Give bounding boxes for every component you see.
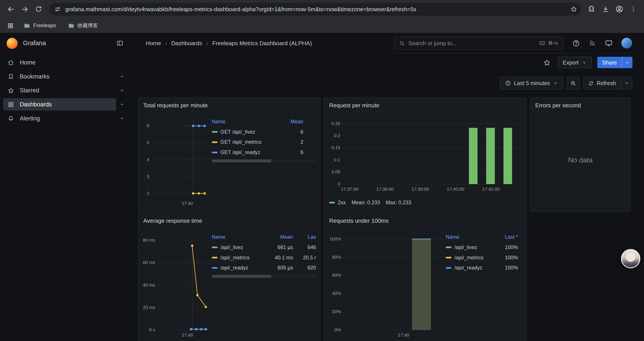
legend-col-name[interactable]: Name bbox=[446, 234, 505, 240]
bookmark-label: Freeleaps bbox=[33, 23, 56, 28]
series-toggle[interactable]: GET /api/_readyz bbox=[212, 149, 300, 155]
bookmark-star-icon[interactable] bbox=[570, 5, 578, 13]
sidebar-expand-bookmarks[interactable] bbox=[116, 71, 128, 82]
refresh-icon bbox=[588, 80, 594, 86]
bookmark-folder-freeleaps[interactable]: Freeleaps bbox=[20, 20, 60, 31]
svg-text:2: 2 bbox=[147, 191, 149, 196]
sidebar-item-alerting[interactable]: Alerting bbox=[3, 112, 116, 124]
sidebar-expand-starred[interactable] bbox=[116, 85, 128, 96]
series-toggle[interactable]: /api/_readyz bbox=[212, 265, 264, 270]
profile-icon bbox=[615, 5, 624, 13]
export-button[interactable]: Export bbox=[558, 57, 592, 68]
share-menu-button[interactable] bbox=[622, 57, 632, 68]
series-last: 646 bbox=[293, 244, 316, 250]
scrollbar-thumb[interactable] bbox=[212, 160, 271, 162]
legend-col-mean[interactable]: Mean bbox=[290, 119, 316, 124]
refresh-split-button: Refresh bbox=[583, 77, 632, 90]
help-icon[interactable] bbox=[572, 39, 580, 47]
series-toggle[interactable]: GET /api/_metrics bbox=[212, 139, 300, 145]
news-rss-icon[interactable] bbox=[588, 40, 596, 47]
legend-row: /api/_metrics 40.1 ms 20.5 r bbox=[212, 252, 316, 263]
svg-text:3: 3 bbox=[147, 174, 149, 179]
series-color-swatch bbox=[446, 267, 452, 268]
user-avatar[interactable] bbox=[622, 38, 632, 49]
svg-text:20%: 20% bbox=[332, 309, 341, 314]
share-button[interactable]: Share bbox=[597, 57, 622, 68]
line-chart: 80 ms60 ms40 ms20 ms0 s17:40 bbox=[142, 234, 212, 341]
time-range-label: Last 5 minutes bbox=[514, 80, 550, 86]
series-toggle[interactable]: /api/_readyz bbox=[446, 265, 505, 270]
series-color-swatch bbox=[212, 131, 218, 132]
series-toggle[interactable]: GET /api/_livez bbox=[212, 129, 300, 135]
share-split-button: Share bbox=[597, 57, 632, 68]
share-label: Share bbox=[602, 60, 617, 66]
panel-request-per-minute: Request per minute 0.250.20.150.10.05017… bbox=[324, 97, 526, 212]
breadcrumb-home[interactable]: Home bbox=[146, 40, 161, 47]
site-settings-icon[interactable] bbox=[54, 6, 61, 13]
dashboard-main: Export Share Last 5 minutes bbox=[131, 53, 644, 341]
bookmark-folder-blogs[interactable]: 收藏博客 bbox=[64, 20, 102, 31]
legend-horizontal-scrollbar[interactable] bbox=[212, 275, 316, 278]
zoom-out-time-button[interactable] bbox=[566, 77, 579, 90]
series-name: /api/_metrics bbox=[454, 254, 484, 260]
sidebar-item-home[interactable]: Home bbox=[3, 56, 128, 69]
panel-title[interactable]: Request per minute bbox=[324, 98, 526, 109]
scrollbar-thumb[interactable] bbox=[212, 275, 271, 278]
legend-col-name[interactable]: Name bbox=[212, 119, 290, 124]
downloads-button[interactable] bbox=[599, 3, 612, 16]
series-toggle[interactable]: 2xx bbox=[329, 200, 346, 205]
forward-button[interactable] bbox=[18, 3, 31, 16]
browser-menu-button[interactable] bbox=[627, 3, 640, 16]
back-button[interactable] bbox=[4, 3, 17, 16]
series-last: 100% bbox=[505, 244, 520, 250]
sidebar-item-starred[interactable]: Starred bbox=[3, 84, 116, 97]
sidebar-item-dashboards[interactable]: Dashboards bbox=[3, 98, 116, 111]
series-color-swatch bbox=[446, 246, 452, 248]
series-color-swatch bbox=[212, 267, 218, 268]
chevron-down-icon bbox=[624, 81, 629, 86]
series-name: GET /api/_livez bbox=[220, 129, 255, 135]
refresh-button[interactable]: Refresh bbox=[583, 77, 621, 90]
reload-button[interactable] bbox=[32, 3, 45, 16]
time-range-picker[interactable]: Last 5 minutes bbox=[500, 77, 563, 90]
sidebar-expand-dashboards[interactable] bbox=[116, 99, 128, 110]
search-placeholder: Search or jump to... bbox=[408, 40, 457, 46]
star-icon bbox=[8, 87, 14, 94]
series-toggle[interactable]: /api/_livez bbox=[212, 244, 264, 250]
sidebar-item-label: Home bbox=[20, 59, 36, 66]
mega-menu-toggle-button[interactable] bbox=[114, 37, 126, 49]
refresh-interval-button[interactable] bbox=[621, 77, 632, 90]
legend-header-row: Name Last * bbox=[446, 232, 520, 242]
search-input[interactable]: Search or jump to... ⌘+k bbox=[394, 37, 563, 50]
svg-text:0.1: 0.1 bbox=[334, 157, 340, 162]
series-toggle[interactable]: /api/_livez bbox=[446, 244, 505, 250]
svg-text:17:41:00: 17:41:00 bbox=[482, 187, 500, 192]
legend-horizontal-scrollbar[interactable] bbox=[212, 160, 316, 162]
grafana-logo[interactable] bbox=[6, 38, 18, 49]
favorite-dashboard-button[interactable] bbox=[542, 57, 552, 68]
profile-button[interactable] bbox=[613, 3, 626, 16]
series-color-swatch bbox=[446, 256, 452, 258]
sidebar-expand-alerting[interactable] bbox=[116, 113, 128, 124]
apps-shortcut-button[interactable] bbox=[5, 20, 16, 31]
legend-col-last[interactable]: Las bbox=[293, 234, 316, 240]
floating-assistant-avatar[interactable] bbox=[621, 249, 640, 268]
series-toggle[interactable]: /api/_metrics bbox=[212, 254, 264, 260]
address-bar[interactable]: grafana.mathmast.com/d/deytv4rwavabkb/fr… bbox=[49, 3, 581, 15]
legend-col-mean[interactable]: Mean bbox=[264, 234, 293, 240]
panel-title[interactable]: Average response time bbox=[138, 213, 320, 224]
sidebar-item-bookmarks[interactable]: Bookmarks bbox=[3, 70, 116, 83]
series-toggle[interactable]: /api/_metrics bbox=[446, 254, 505, 260]
chevron-down-icon bbox=[582, 60, 587, 65]
series-name: /api/_livez bbox=[454, 244, 477, 250]
breadcrumb-dashboards[interactable]: Dashboards bbox=[171, 40, 202, 47]
legend-col-name[interactable]: Name bbox=[212, 234, 264, 240]
panel-title[interactable]: Requests under 100ms bbox=[324, 213, 526, 224]
series-name: /api/_livez bbox=[220, 244, 243, 250]
sidebar-row: Dashboards bbox=[3, 98, 128, 111]
legend-col-last[interactable]: Last * bbox=[505, 234, 520, 240]
kiosk-monitor-icon[interactable] bbox=[604, 39, 613, 47]
extensions-button[interactable] bbox=[585, 3, 598, 16]
panel-title[interactable]: Total requests per minute bbox=[138, 98, 320, 109]
legend-row: /api/_livez 100% bbox=[446, 242, 520, 252]
